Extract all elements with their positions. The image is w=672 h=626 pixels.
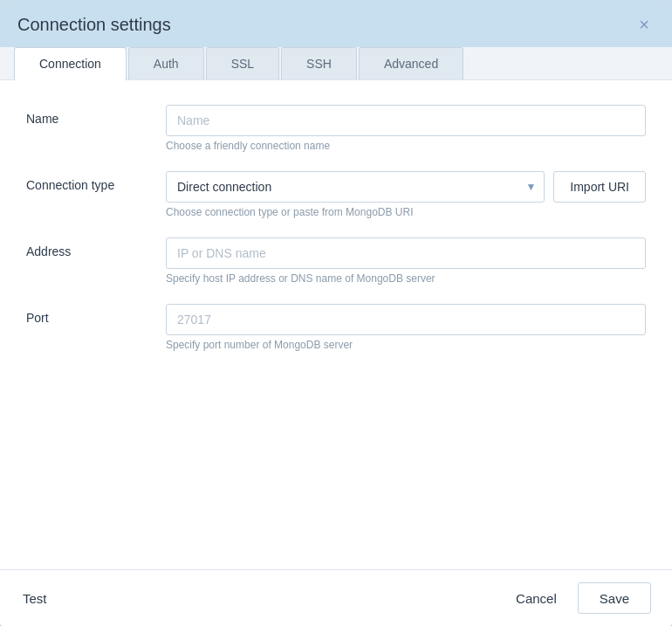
- port-hint: Specify port number of MongoDB server: [166, 339, 646, 351]
- address-row: Address Specify host IP address or DNS n…: [26, 237, 646, 285]
- tab-connection[interactable]: Connection: [14, 47, 127, 80]
- name-input[interactable]: [166, 105, 646, 136]
- name-hint: Choose a friendly connection name: [166, 140, 646, 152]
- tab-auth[interactable]: Auth: [128, 47, 204, 79]
- address-input[interactable]: [166, 237, 646, 269]
- name-label: Name: [26, 105, 166, 126]
- dialog-body: Name Choose a friendly connection name C…: [0, 80, 672, 569]
- connection-type-label: Connection type: [26, 171, 166, 192]
- test-button[interactable]: Test: [21, 586, 49, 611]
- cancel-button[interactable]: Cancel: [505, 586, 567, 611]
- name-control: Choose a friendly connection name: [166, 105, 646, 152]
- address-control: Specify host IP address or DNS name of M…: [166, 237, 646, 285]
- tab-ssh[interactable]: SSH: [281, 47, 357, 79]
- connection-type-control: Direct connection Replica Set Sharded Cl…: [166, 171, 646, 218]
- port-row: Port Specify port number of MongoDB serv…: [26, 304, 646, 351]
- dialog-footer: Test Cancel Save: [0, 569, 672, 626]
- import-uri-button[interactable]: Import URI: [553, 171, 646, 203]
- address-hint: Specify host IP address or DNS name of M…: [166, 272, 646, 285]
- close-button[interactable]: ×: [634, 14, 655, 35]
- footer-right: Cancel Save: [505, 582, 651, 614]
- address-label: Address: [26, 237, 166, 258]
- save-button[interactable]: Save: [578, 582, 651, 614]
- tab-bar: Connection Auth SSL SSH Advanced: [0, 47, 672, 80]
- port-input[interactable]: [166, 304, 646, 335]
- dialog-header: Connection settings ×: [0, 0, 672, 47]
- tab-advanced[interactable]: Advanced: [359, 47, 463, 79]
- port-label: Port: [26, 304, 166, 325]
- connection-type-select-wrapper: Direct connection Replica Set Sharded Cl…: [166, 171, 545, 203]
- connection-type-hint: Choose connection type or paste from Mon…: [166, 206, 646, 218]
- port-control: Specify port number of MongoDB server: [166, 304, 646, 351]
- connection-type-select[interactable]: Direct connection Replica Set Sharded Cl…: [166, 171, 545, 203]
- name-row: Name Choose a friendly connection name: [26, 105, 646, 152]
- dialog-title: Connection settings: [17, 15, 171, 35]
- connection-type-row: Connection type Direct connection Replic…: [26, 171, 646, 218]
- connection-type-input-row: Direct connection Replica Set Sharded Cl…: [166, 171, 646, 203]
- connection-settings-dialog: Connection settings × Connection Auth SS…: [0, 0, 672, 626]
- footer-left: Test: [21, 586, 49, 611]
- tab-ssl[interactable]: SSL: [206, 47, 279, 79]
